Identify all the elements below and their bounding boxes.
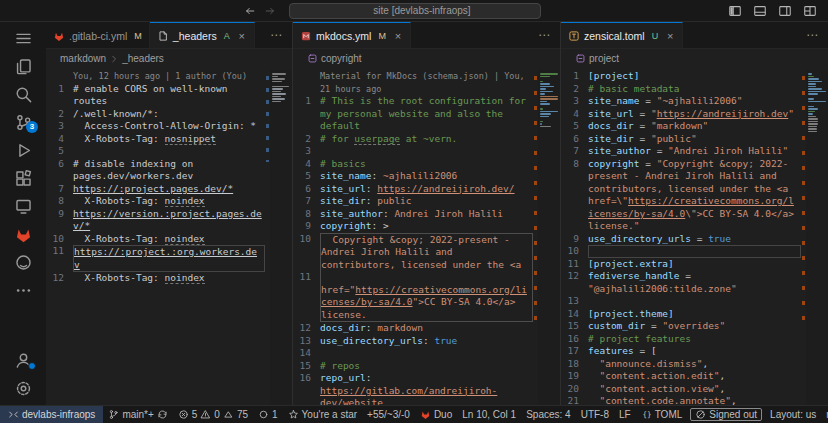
code-line[interactable]: 9https://version.:project.pages.dev/* (46, 208, 265, 233)
nav-forward-button[interactable] (261, 3, 279, 19)
code-line[interactable]: 9use_directory_urls = true (561, 233, 801, 246)
tab-headers[interactable]: _headersA× (150, 22, 255, 48)
tab-close-icon[interactable]: × (237, 31, 247, 41)
breadcrumb-item-project[interactable]: project (575, 53, 619, 64)
status-encoding[interactable]: UTF-8 (576, 406, 614, 423)
nav-back-button[interactable] (241, 3, 259, 19)
status-remote-indicator[interactable]: devlabs-infraops (0, 406, 103, 423)
activity-bar-item-remote-explorer[interactable] (0, 192, 46, 220)
activity-bar-item-explorer[interactable] (0, 52, 46, 80)
activity-bar-item-gitlab-workflow[interactable] (0, 220, 46, 248)
code-line[interactable]: 13use_directory_urls: true (293, 335, 533, 348)
code-line[interactable]: 12fediverse_handle = "@ajhalili2006:tild… (561, 270, 801, 295)
minimap[interactable] (806, 70, 828, 405)
code-line[interactable]: 6# disable indexing on pages.dev/workers… (46, 158, 265, 183)
code-line[interactable]: 2/.well-known/*: (46, 108, 265, 121)
tab-close-icon[interactable]: × (665, 31, 675, 41)
code-line[interactable]: 1[project] (561, 70, 801, 83)
minimap[interactable] (270, 70, 292, 405)
activity-bar-item-settings[interactable] (0, 374, 46, 402)
breadcrumb-item-copyright[interactable]: copyright (307, 53, 362, 64)
activity-bar-item-extensions[interactable] (0, 164, 46, 192)
tab-close-icon[interactable]: × (393, 31, 403, 41)
code-line[interactable]: 19 "content.action.edit", (561, 370, 801, 383)
code-area[interactable]: Material for MkDocs (schema.json) | You,… (293, 70, 533, 405)
activity-bar-item-run-and-debug[interactable] (0, 136, 46, 164)
code-line[interactable]: 4 X-Robots-Tag: nosnippet (46, 133, 265, 146)
code-area[interactable]: You, 12 hours ago | 1 author (You)1# ena… (46, 70, 265, 405)
status-gitlab-duo[interactable]: Duo (415, 406, 457, 423)
code-line[interactable]: 4# basics (293, 158, 533, 171)
code-line[interactable]: 3 Access-Control-Allow-Origin: * (46, 120, 265, 133)
activity-bar-item-github[interactable] (0, 248, 46, 276)
code-line[interactable]: 12 X-Robots-Tag: noindex (46, 272, 265, 285)
code-line[interactable]: 5docs_dir = "markdown" (561, 120, 801, 133)
activity-bar-item-search[interactable] (0, 80, 46, 108)
code-line[interactable]: 6site_url: https://andreijiroh.dev/ (293, 183, 533, 196)
breadcrumb[interactable]: markdown_headers (46, 49, 292, 68)
tab-zensical-toml[interactable]: zensical.tomlU× (561, 22, 683, 48)
code-line[interactable]: 8 X-Robots-Tag: noindex (46, 195, 265, 208)
code-line[interactable]: 14[project.theme] (561, 308, 801, 321)
code-line[interactable]: 12docs_dir: markdown (293, 322, 533, 335)
breadcrumb[interactable]: copyright (293, 49, 560, 68)
editor-pane[interactable]: 1[project]2# basic metadata3site_name = … (561, 68, 828, 405)
code-line[interactable]: 2# basic metadata (561, 83, 801, 96)
activity-bar-item-application-menu[interactable] (0, 24, 46, 52)
command-center-search[interactable]: site [devlabs-infraops] (289, 3, 541, 19)
code-line[interactable]: 15# repos (293, 360, 533, 373)
editor-actions-button[interactable]: ⋯ (261, 22, 292, 48)
status-signed-out[interactable]: Signed out (690, 408, 762, 421)
status-pending-count[interactable]: 1 (253, 406, 283, 423)
code-line[interactable]: 7site_dir: public (293, 195, 533, 208)
code-line[interactable]: 1# This is the root configuration for my… (293, 95, 533, 133)
code-line[interactable]: 7https://:project.pages.dev/* (46, 183, 265, 196)
status-schema[interactable]: no schema selected (821, 406, 828, 423)
code-line[interactable]: 10 (561, 245, 801, 258)
code-line[interactable]: 2# for userpage at ~vern. (293, 133, 533, 146)
status-indentation[interactable]: Spaces: 4 (521, 406, 575, 423)
code-line[interactable]: 16repo_url: https://gitlab.com/andreijir… (293, 372, 533, 405)
toggle-sidebar-left-button[interactable] (726, 3, 744, 19)
code-line[interactable]: 5 (46, 145, 265, 158)
activity-bar-item-accounts[interactable] (0, 346, 46, 374)
activity-bar-item-additional-views[interactable] (0, 276, 46, 304)
code-line[interactable]: 8site_author: Andrei Jiroh Halili (293, 208, 533, 221)
tab-mkdocs-yml[interactable]: mkdocs.ymlM× (293, 22, 411, 48)
code-line[interactable]: 6site_dir = "public" (561, 133, 801, 146)
code-line[interactable]: 1# enable CORS on well-known routes (46, 83, 265, 108)
status-cursor-position[interactable]: Ln 10, Col 1 (457, 406, 521, 423)
code-line[interactable]: 14 (293, 347, 533, 360)
code-line[interactable]: 11[project.extra] (561, 258, 801, 271)
code-line[interactable]: 10 X-Robots-Tag: noindex (46, 233, 265, 246)
code-line[interactable]: 13 (561, 295, 801, 308)
toggle-panel-button[interactable] (751, 3, 769, 19)
status-git-branch[interactable]: main*+ (103, 406, 172, 423)
status-language-mode[interactable]: {}TOML (636, 406, 688, 423)
code-line[interactable]: 7site_author = "Andrei Jiroh Halili" (561, 145, 801, 158)
activity-bar-item-source-control[interactable]: 3 (0, 108, 46, 136)
code-line[interactable]: 18 "announce.dismiss", (561, 358, 801, 371)
status-eol[interactable]: LF (614, 406, 636, 423)
toggle-sidebar-right-button[interactable] (776, 3, 794, 19)
breadcrumb-item-markdown[interactable]: markdown (60, 53, 106, 64)
code-line[interactable]: 15custom_dir = "overrides" (561, 320, 801, 333)
code-line[interactable]: 11https://:project.:org.workers.dev (46, 245, 265, 272)
editor-pane[interactable]: You, 12 hours ago | 1 author (You)1# ena… (46, 68, 292, 405)
code-line[interactable]: 20 "content.action.view", (561, 383, 801, 396)
breadcrumb[interactable]: project (561, 49, 828, 68)
editor-actions-button[interactable]: ⋯ (797, 22, 828, 48)
code-line[interactable]: 8copyright = "Copyright &copy; 2022-pres… (561, 158, 801, 233)
code-line[interactable]: 21 "content.code.annotate", (561, 395, 801, 405)
code-line[interactable]: 10 Copyright &copy; 2022-present - Andre… (293, 233, 533, 272)
minimap[interactable] (538, 70, 560, 405)
code-line[interactable]: 16# project features (561, 333, 801, 346)
status-diff-stats[interactable]: +55/~3/-0 (362, 406, 415, 423)
editor-actions-button[interactable]: ⋯ (529, 22, 560, 48)
editor-pane[interactable]: Material for MkDocs (schema.json) | You,… (293, 68, 560, 405)
breadcrumb-item-headers[interactable]: _headers (122, 53, 164, 64)
code-line[interactable]: 17features = [ (561, 345, 801, 358)
code-line[interactable]: 5site_name: ~ajhalili2006 (293, 170, 533, 183)
code-line[interactable]: 9copyright: > (293, 220, 533, 233)
code-line[interactable]: 3site_name = "~ajhalili2006" (561, 95, 801, 108)
